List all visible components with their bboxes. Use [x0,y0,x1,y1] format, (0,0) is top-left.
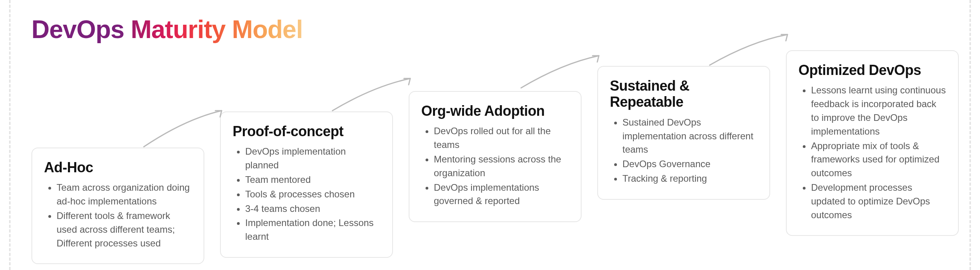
list-item: Implementation done; Lessons learnt [245,216,380,244]
title-word-3: Model [232,15,303,44]
list-item: Team mentored [245,173,380,187]
list-item: Tracking & reporting [622,172,758,186]
stage-points: Team across organization doing ad-hoc im… [44,181,192,250]
stage-points: Lessons learnt using continuous feedback… [798,84,946,222]
stage-org-wide-adoption: Org-wide Adoption DevOps rolled out for … [409,91,582,222]
list-item: Team across organization doing ad-hoc im… [57,181,192,208]
list-item: Mentoring sessions across the organizati… [434,153,569,180]
title-word-2: Maturity [131,15,226,44]
list-item: Different tools & framework used across … [57,209,192,250]
list-item: Lessons learnt using continuous feedback… [811,84,946,138]
list-item: Appropriate mix of tools & frameworks us… [811,139,946,180]
stage-heading: Optimized DevOps [798,62,946,78]
stage-heading: Org-wide Adoption [421,103,569,119]
list-item: DevOps Governance [622,157,758,171]
list-item: DevOps implementations governed & report… [434,181,569,208]
title-word-1: DevOps [31,15,124,44]
list-item: Tools & processes chosen [245,188,380,201]
stage-points: DevOps rolled out for all the teams Ment… [421,124,569,208]
page-title: DevOps Maturity Model [31,15,303,44]
list-item: Sustained DevOps implementation across d… [622,116,758,157]
stage-heading: Ad-Hoc [44,159,192,175]
stage-proof-of-concept: Proof-of-concept DevOps implementation p… [220,111,393,258]
stage-heading: Sustained & Repeatable [610,78,758,110]
stage-points: DevOps implementation planned Team mento… [233,145,380,244]
stage-sustained-repeatable: Sustained & Repeatable Sustained DevOps … [597,66,770,200]
list-item: DevOps rolled out for all the teams [434,124,569,152]
list-item: 3-4 teams chosen [245,202,380,216]
list-item: DevOps implementation planned [245,145,380,172]
list-item: Development processes updated to optimiz… [811,181,946,222]
stage-ad-hoc: Ad-Hoc Team across organization doing ad… [31,148,204,264]
stage-optimized-devops: Optimized DevOps Lessons learnt using co… [786,50,959,236]
stage-heading: Proof-of-concept [233,123,380,139]
stage-points: Sustained DevOps implementation across d… [610,116,758,186]
